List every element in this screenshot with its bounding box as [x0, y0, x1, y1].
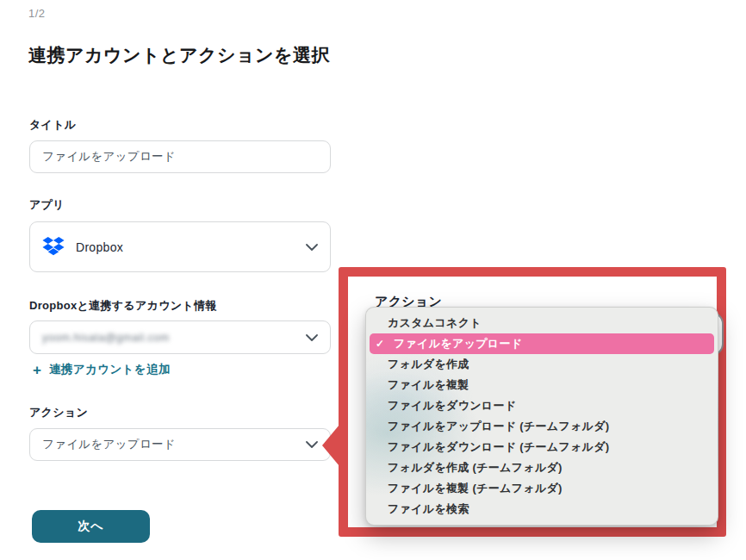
menu-item[interactable]: ファイルをダウンロード (チームフォルダ): [366, 437, 718, 457]
menu-item-label: ファイルをアップロード: [394, 336, 522, 352]
chevron-down-icon: [306, 244, 318, 251]
action-field-label: アクション: [29, 405, 88, 420]
callout-frame: アクション カスタムコネクト✓ファイルをアップロードフォルダを作成ファイルを複製…: [339, 267, 726, 537]
menu-item-label: ファイルを複製 (チームフォルダ): [388, 481, 563, 496]
menu-item[interactable]: ファイルを複製: [366, 375, 718, 395]
check-icon: ✓: [376, 338, 388, 350]
plus-icon: +: [33, 363, 41, 377]
wizard-page: 1/2 連携アカウントとアクションを選択 タイトル ファイルをアップロード アプ…: [0, 0, 746, 560]
account-select[interactable]: yoom.hisata@gmail.com: [29, 320, 331, 354]
menu-item[interactable]: ファイルを検索: [366, 499, 718, 520]
menu-item-label: カスタムコネクト: [388, 315, 482, 331]
menu-item[interactable]: カスタムコネクト: [366, 313, 718, 333]
account-select-value-blurred: yoom.hisata@gmail.com: [42, 332, 170, 344]
callout-arrow: [322, 425, 339, 466]
step-indicator: 1/2: [28, 7, 46, 20]
action-dropdown-menu: カスタムコネクト✓ファイルをアップロードフォルダを作成ファイルを複製ファイルをダ…: [365, 307, 718, 526]
menu-item-label: ファイルをダウンロード (チームフォルダ): [388, 439, 609, 455]
dropbox-logo-icon: [42, 237, 65, 257]
account-field-label: Dropboxと連携するアカウント情報: [29, 298, 217, 314]
menu-item[interactable]: ファイルをダウンロード: [366, 395, 718, 416]
menu-item-label: ファイルを検索: [388, 501, 469, 517]
add-account-link[interactable]: + 連携アカウントを追加: [33, 362, 171, 377]
chevron-down-icon: [306, 441, 318, 448]
menu-item[interactable]: フォルダを作成 (チームフォルダ): [366, 457, 718, 478]
menu-item-label: ファイルを複製: [388, 377, 469, 393]
menu-item-label: フォルダを作成: [388, 357, 469, 372]
title-input-value: ファイルをアップロード: [42, 149, 176, 165]
title-field-label: タイトル: [29, 117, 76, 133]
action-select[interactable]: ファイルをアップロード: [29, 428, 331, 461]
menu-item[interactable]: ファイルをアップロード (チームフォルダ): [366, 416, 718, 437]
menu-item[interactable]: ファイルを複製 (チームフォルダ): [366, 478, 718, 499]
menu-item-selected[interactable]: ✓ファイルをアップロード: [370, 333, 714, 354]
app-select[interactable]: Dropbox: [29, 221, 331, 272]
menu-item-label: ファイルをダウンロード: [388, 398, 516, 414]
app-field-label: アプリ: [29, 197, 65, 213]
menu-item[interactable]: フォルダを作成: [366, 354, 718, 375]
menu-item-label: フォルダを作成 (チームフォルダ): [388, 460, 563, 476]
action-select-value: ファイルをアップロード: [42, 437, 176, 452]
menu-item-label: ファイルをアップロード (チームフォルダ): [388, 419, 609, 434]
add-account-link-label: 連携アカウントを追加: [49, 362, 171, 377]
chevron-down-icon: [306, 334, 318, 341]
next-button[interactable]: 次へ: [32, 510, 150, 543]
page-title: 連携アカウントとアクションを選択: [28, 43, 330, 67]
app-select-value: Dropbox: [76, 240, 123, 254]
title-input[interactable]: ファイルをアップロード: [29, 140, 331, 173]
